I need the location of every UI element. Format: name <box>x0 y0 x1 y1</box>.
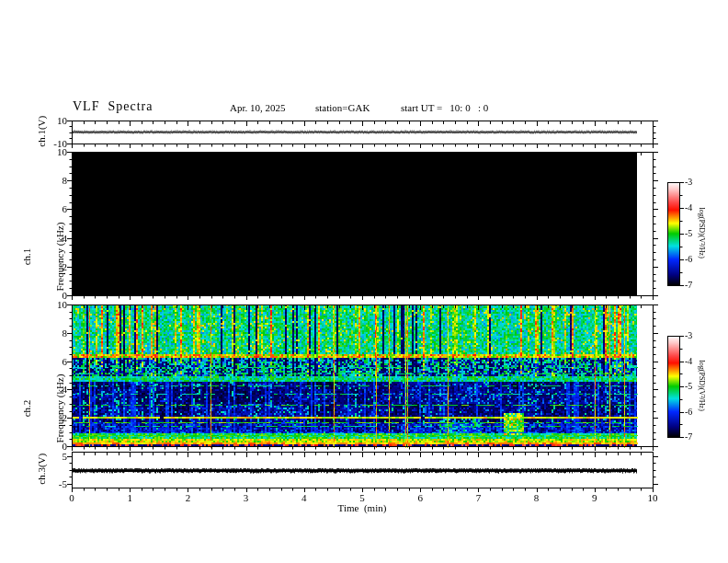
colorbar-tick-label: -6 <box>685 254 705 264</box>
y-tick-label: 6 <box>40 203 67 214</box>
x-tick-label: 5 <box>348 492 376 503</box>
y-tick-label: -10 <box>40 138 67 149</box>
ylabel-ch2-line1: ch.2 <box>21 337 32 480</box>
colorbar-tick-label: -3 <box>685 177 705 187</box>
figure-title: VLF Spectra <box>73 100 153 114</box>
y-tick-label: 4 <box>40 384 67 395</box>
x-tick-label: 2 <box>174 492 201 503</box>
y-tick-label: 10 <box>40 115 67 126</box>
y-tick-label: 4 <box>40 233 67 244</box>
colorbar-tick-label: -3 <box>685 330 705 340</box>
x-tick-label: 0 <box>58 492 85 503</box>
header-start-ut: start UT = 10: 0 : 0 <box>401 103 488 114</box>
ylabel-ch1-line1: ch.1 <box>21 185 32 328</box>
y-tick-label: 10 <box>40 299 67 310</box>
y-tick-label: 5 <box>40 451 67 462</box>
figure-canvas <box>0 0 728 563</box>
colorbar-tick-label: -5 <box>685 228 705 238</box>
x-tick-label: 1 <box>116 492 143 503</box>
colorbar-tick-label: -4 <box>685 356 705 366</box>
x-axis-label: Time (min) <box>307 503 417 514</box>
y-tick-label: 8 <box>40 175 67 186</box>
colorbar-tick-label: -4 <box>685 202 705 213</box>
x-tick-label: 3 <box>233 492 260 503</box>
y-tick-label: 8 <box>40 327 67 339</box>
x-tick-label: 4 <box>290 492 318 503</box>
header-date: Apr. 10, 2025 <box>230 103 286 114</box>
x-tick-label: 9 <box>581 492 609 503</box>
y-tick-label: 2 <box>40 412 67 423</box>
x-tick-label: 10 <box>639 492 666 503</box>
header-station: station=GAK <box>315 103 370 114</box>
colorbar-tick-label: -6 <box>685 407 705 417</box>
vlf-spectra-figure: VLF Spectra Apr. 10, 2025 station=GAK st… <box>0 0 728 563</box>
x-tick-label: 8 <box>523 492 551 503</box>
colorbar-tick-label: -7 <box>685 280 705 290</box>
y-tick-label: 6 <box>40 356 67 367</box>
x-tick-label: 7 <box>464 492 492 503</box>
y-tick-label: -5 <box>40 478 67 489</box>
colorbar-tick-label: -5 <box>685 381 705 391</box>
x-tick-label: 6 <box>406 492 434 503</box>
y-tick-label: 2 <box>40 261 67 272</box>
colorbar-tick-label: -7 <box>685 431 705 442</box>
